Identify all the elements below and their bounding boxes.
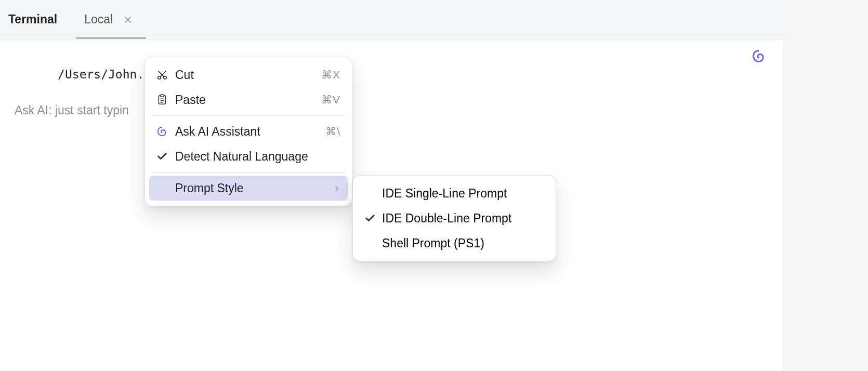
submenu-label: Shell Prompt (PS1) [382,236,484,250]
svg-point-1 [164,76,167,80]
ai-assistant-icon[interactable] [752,49,766,63]
ask-ai-hint: Ask AI: just start typin [15,102,768,119]
submenu-item-double-line[interactable]: IDE Double-Line Prompt [357,206,551,231]
menu-item-ask-ai[interactable]: Ask AI Assistant ⌘\ [149,119,348,144]
paste-icon [154,94,170,105]
tab-label: Local [84,12,113,27]
svg-rect-3 [161,95,164,97]
tab-underline [76,37,146,39]
submenu-item-shell-ps1[interactable]: Shell Prompt (PS1) [357,231,551,256]
menu-label: Detect Natural Language [175,150,308,164]
shortcut-label: ⌘X [321,69,340,81]
menu-item-detect-nl[interactable]: Detect Natural Language [149,144,348,169]
menu-label: Prompt Style [175,181,244,195]
shortcut-label: ⌘V [321,94,340,106]
svg-point-0 [158,76,161,80]
check-icon [362,213,378,224]
menu-item-paste[interactable]: Paste ⌘V [149,87,348,112]
terminal-panel: Terminal Local /Users/John.Doe/Documents… [0,0,783,371]
menu-item-prompt-style[interactable]: Prompt Style [149,176,348,201]
submenu-item-single-line[interactable]: IDE Single-Line Prompt [357,181,551,206]
panel-title: Terminal [8,12,57,27]
menu-separator [151,172,346,173]
tab-local[interactable]: Local [82,0,134,39]
close-icon[interactable] [124,16,131,23]
submenu-label: IDE Double-Line Prompt [382,211,511,226]
cut-icon [154,69,170,81]
submenu-label: IDE Single-Line Prompt [382,187,507,201]
check-icon [154,151,170,162]
terminal-header: Terminal Local [0,0,783,39]
menu-label: Paste [175,93,206,107]
right-gutter [783,0,868,371]
ai-assistant-icon [154,126,170,137]
menu-label: Ask AI Assistant [175,125,260,139]
context-menu: Cut ⌘X Paste ⌘V Ask AI Assistant [144,57,352,206]
prompt-line: /Users/John.Doe/Documents/demo git:[main… [15,49,768,101]
menu-separator [151,115,346,116]
menu-label: Cut [175,68,194,82]
shortcut-label: ⌘\ [325,125,340,138]
prompt-style-submenu: IDE Single-Line Prompt IDE Double-Line P… [352,175,556,261]
terminal-body[interactable]: /Users/John.Doe/Documents/demo git:[main… [0,39,783,128]
chevron-right-icon [333,181,340,195]
menu-item-cut[interactable]: Cut ⌘X [149,62,348,87]
